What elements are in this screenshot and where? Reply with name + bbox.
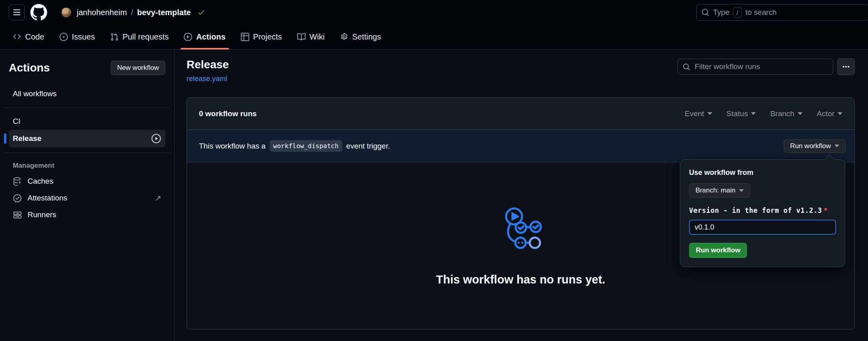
external-link-arrow-icon: ↗ (155, 193, 161, 203)
breadcrumb-repo-link[interactable]: bevy-template (137, 8, 191, 17)
run-workflow-dropdown-button[interactable]: Run workflow (784, 139, 846, 153)
issue-opened-icon (60, 33, 68, 41)
caret-down-icon (838, 112, 842, 115)
tab-label: Actions (196, 32, 225, 42)
sidebar-item-release[interactable]: Release (9, 130, 165, 147)
dispatch-notice-text: This workflow has a workflow_dispatch ev… (199, 140, 390, 152)
version-label-text: Version - in the form of v1.2.3 (689, 206, 822, 214)
code-icon (13, 33, 21, 41)
tab-label: Projects (253, 32, 282, 42)
filter-workflow-runs-input[interactable] (677, 59, 833, 75)
workflow-header: Release release.yaml (187, 58, 855, 83)
search-icon (701, 8, 709, 16)
tab-issues[interactable]: Issues (55, 25, 100, 49)
play-circle-icon (184, 33, 192, 41)
tab-label: Pull requests (123, 32, 169, 42)
tab-label: Issues (72, 32, 95, 42)
workflow-dispatch-play-icon (151, 133, 161, 144)
workflow-dispatch-code-chip: workflow_dispatch (270, 140, 342, 152)
projects-table-icon (241, 33, 249, 41)
workflow-graph-illustration (499, 206, 543, 250)
run-workflow-button-label: Run workflow (790, 142, 831, 150)
gear-icon (340, 33, 348, 41)
runners-server-icon (13, 210, 22, 220)
run-workflow-submit-button[interactable]: Run workflow (689, 243, 747, 258)
version-input-label: Version - in the form of v1.2.3* (689, 206, 836, 214)
runs-filter-bar: Event Status Branch Actor (685, 109, 842, 118)
search-placeholder-suffix: to search (745, 8, 777, 17)
app-header-row: janhohenheim / bevy-template Type / to s… (0, 0, 868, 25)
tab-code[interactable]: Code (8, 25, 49, 49)
sidebar-item-label: Caches (28, 177, 53, 186)
tab-label: Wiki (310, 32, 325, 42)
global-search-input[interactable]: Type / to search (696, 4, 868, 21)
workflow-file-link[interactable]: release.yaml (187, 75, 227, 83)
event-filter-dropdown[interactable]: Event (685, 109, 712, 118)
status-filter-dropdown[interactable]: Status (727, 109, 756, 118)
actions-sidebar: Actions New workflow All workflows CI Re… (0, 50, 175, 341)
github-actions-page: janhohenheim / bevy-template Type / to s… (0, 0, 868, 341)
workflow-options-kebab-button[interactable] (837, 58, 855, 75)
filter-label: Branch (770, 109, 794, 118)
branch-select-button[interactable]: Branch: main (689, 183, 750, 198)
caret-down-icon (751, 112, 756, 115)
management-section-title: Management (13, 162, 165, 170)
caret-down-icon (834, 145, 839, 147)
tab-wiki[interactable]: Wiki (292, 25, 330, 49)
sidebar-item-label: Runners (28, 210, 56, 219)
search-icon (683, 63, 690, 71)
sidebar-item-label: All workflows (13, 89, 57, 98)
tab-pull-requests[interactable]: Pull requests (105, 25, 174, 49)
kebab-horizontal-icon (842, 63, 850, 71)
breadcrumb-separator: / (131, 8, 133, 17)
filter-input-wrap (677, 59, 833, 75)
required-marker: * (824, 206, 828, 214)
sidebar-item-runners[interactable]: Runners (9, 206, 165, 223)
github-mark-icon (30, 4, 47, 21)
dispatch-text-before: This workflow has a (199, 142, 266, 151)
verified-badge-icon (13, 194, 22, 203)
filter-label: Actor (817, 109, 834, 118)
sidebar-item-label: Release (13, 134, 42, 143)
github-logo[interactable] (30, 4, 47, 21)
run-workflow-panel: Use workflow from Branch: main Version -… (680, 159, 845, 267)
tab-settings[interactable]: Settings (335, 25, 386, 49)
sidebar-title: Actions (9, 61, 50, 74)
tab-projects[interactable]: Projects (236, 25, 287, 49)
tab-label: Code (25, 32, 44, 42)
three-bars-icon (13, 8, 21, 16)
sidebar-item-ci[interactable]: CI (9, 113, 165, 130)
repo-tab-bar: Code Issues Pull requests Actions Projec… (0, 25, 868, 50)
empty-state-title: This workflow has no runs yet. (187, 273, 854, 286)
sidebar-item-attestations[interactable]: Attestations ↗ (9, 190, 165, 206)
cache-icon (13, 177, 22, 186)
actor-filter-dropdown[interactable]: Actor (817, 109, 842, 118)
sidebar-header: Actions New workflow (9, 61, 165, 75)
branch-filter-dropdown[interactable]: Branch (770, 109, 802, 118)
filter-label: Event (685, 109, 704, 118)
runs-count-label: 0 workflow runs (199, 109, 257, 118)
commit-status-check-icon[interactable] (197, 8, 205, 16)
selected-accent-bar (4, 133, 6, 144)
top-navigation-bar: janhohenheim / bevy-template Type / to s… (0, 0, 868, 50)
caret-down-icon (798, 112, 802, 115)
sidebar-item-label: CI (13, 117, 20, 126)
book-icon (297, 33, 306, 41)
sidebar-item-label: Attestations (28, 194, 67, 202)
sidebar-item-caches[interactable]: Caches (9, 173, 165, 190)
avatar[interactable] (62, 8, 71, 17)
page-title: Release (187, 58, 229, 71)
git-pull-request-icon (110, 33, 119, 41)
new-workflow-button[interactable]: New workflow (111, 61, 165, 75)
caret-down-icon (739, 189, 744, 192)
sidebar-item-all-workflows[interactable]: All workflows (9, 85, 165, 102)
breadcrumb-owner-link[interactable]: janhohenheim (77, 8, 127, 17)
hamburger-menu-button[interactable] (9, 4, 25, 20)
branch-select-label: Branch: main (695, 186, 735, 194)
version-input[interactable] (689, 220, 836, 235)
filter-label: Status (727, 109, 748, 118)
workflow-dispatch-banner: This workflow has a workflow_dispatch ev… (187, 130, 854, 163)
dispatch-text-after: event trigger. (346, 142, 390, 151)
tab-actions[interactable]: Actions (179, 25, 230, 49)
slash-key-badge: / (733, 7, 742, 18)
